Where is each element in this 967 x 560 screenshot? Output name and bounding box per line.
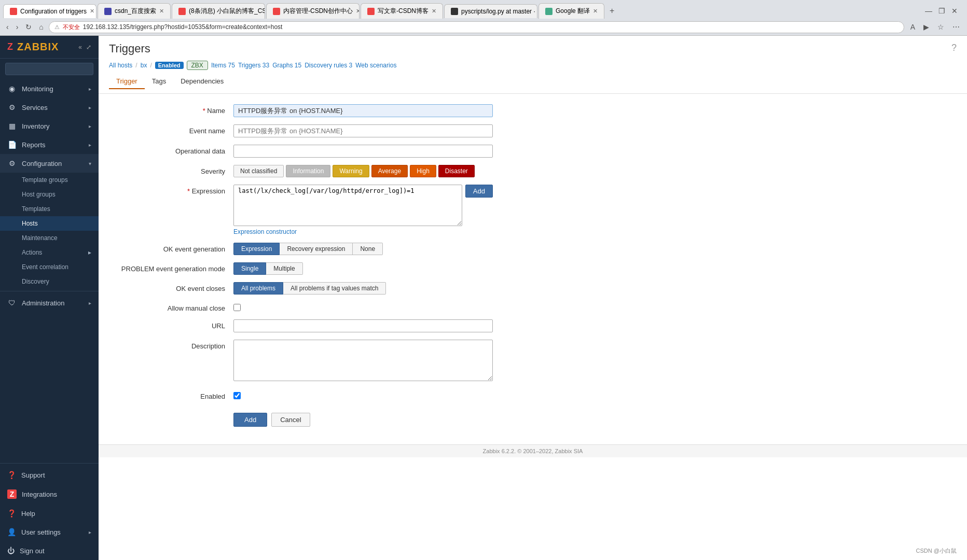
severity-not-classified[interactable]: Not classified — [233, 165, 284, 177]
expression-input[interactable]: last(/lx/check_log[/var/log/httpd/error_… — [233, 185, 462, 226]
severity-average[interactable]: Average — [371, 165, 408, 177]
sidebar-user-settings[interactable]: 👤 User settings ▸ — [0, 523, 99, 541]
breadcrumb-graphs[interactable]: Graphs 15 — [272, 62, 301, 69]
url-box[interactable]: ⚠ 不安全 192.168.132.135/triggers.php?hosti… — [49, 21, 904, 33]
problem-mode-single[interactable]: Single — [233, 262, 266, 275]
url-control-wrap — [233, 319, 493, 332]
tab-1[interactable]: Configuration of triggers ✕ — [3, 4, 96, 18]
manual-close-checkbox[interactable] — [233, 304, 241, 311]
back-button[interactable]: ‹ — [4, 21, 11, 33]
sidebar-sub-templates[interactable]: Templates — [0, 202, 99, 216]
sidebar-search — [0, 59, 99, 79]
bookmark-button[interactable]: ☆ — [934, 21, 947, 33]
breadcrumb-zbx-tag[interactable]: ZBX — [187, 61, 208, 70]
expression-constructor-link[interactable]: Expression constructor — [233, 228, 297, 235]
close-window-button[interactable]: ✕ — [949, 5, 960, 17]
breadcrumb-all-hosts[interactable]: All hosts — [109, 62, 132, 69]
sidebar-sub-maintenance[interactable]: Maintenance — [0, 231, 99, 245]
sidebar-item-reports[interactable]: 📄 Reports ▸ — [0, 135, 99, 154]
tab-trigger[interactable]: Trigger — [109, 74, 145, 89]
extensions-button[interactable]: ⋯ — [949, 21, 963, 33]
sidebar-item-administration[interactable]: 🛡 Administration ▸ — [0, 293, 99, 312]
minimize-button[interactable]: — — [923, 5, 934, 17]
tab-close-1[interactable]: ✕ — [90, 8, 94, 15]
ok-event-recovery[interactable]: Recovery expression — [280, 243, 353, 255]
page-header: Triggers All hosts / bx / Enabled ZBX It… — [99, 36, 967, 94]
form-container: Name Event name Operational data — [99, 94, 967, 444]
sidebar-item-services[interactable]: ⚙ Services ▸ — [0, 98, 99, 117]
sidebar-sign-out[interactable]: ⏻ Sign out — [0, 541, 99, 560]
address-bar: ‹ › ↻ ⌂ ⚠ 不安全 192.168.132.135/triggers.p… — [0, 19, 967, 35]
tab-2[interactable]: csdn_百度搜索 ✕ — [98, 3, 171, 19]
reader-button[interactable]: ▶ — [920, 21, 932, 33]
reload-button[interactable]: ↻ — [23, 21, 34, 33]
search-input[interactable] — [5, 63, 93, 75]
sidebar-toggle-icon[interactable]: « — [78, 44, 82, 51]
user-settings-arrow-icon: ▸ — [89, 529, 91, 535]
forward-button[interactable]: › — [14, 21, 21, 33]
sidebar-item-label-inventory: Inventory — [22, 122, 49, 130]
tab-dependencies[interactable]: Dependencies — [173, 74, 231, 89]
tab-close-4[interactable]: ✕ — [356, 8, 360, 15]
tab-tags[interactable]: Tags — [145, 74, 173, 89]
sidebar-sub-event-correlation[interactable]: Event correlation — [0, 260, 99, 274]
sidebar-sub-actions[interactable]: Actions ▸ — [0, 245, 99, 260]
ok-closes-all-problems[interactable]: All problems — [233, 282, 283, 295]
ok-event-none[interactable]: None — [353, 243, 383, 255]
tab-4[interactable]: 内容管理-CSDN创作中心 ✕ — [266, 3, 360, 19]
tab-6[interactable]: pyscripts/log.py at master · ch... ✕ — [444, 4, 537, 18]
tab-close-2[interactable]: ✕ — [159, 8, 164, 15]
form-row-operational-data: Operational data — [114, 145, 951, 158]
tab-close-7[interactable]: ✕ — [593, 8, 598, 15]
cancel-button[interactable]: Cancel — [271, 413, 310, 427]
sidebar-sub-template-groups[interactable]: Template groups — [0, 173, 99, 187]
tab-3[interactable]: (8条消息) 小白鼠的博客_CSDN... ✕ — [172, 3, 265, 19]
description-input[interactable] — [233, 340, 493, 381]
problem-mode-multiple[interactable]: Multiple — [266, 262, 302, 275]
services-arrow-icon: ▸ — [89, 105, 91, 110]
support-label: Support — [21, 471, 45, 479]
restore-button[interactable]: ❐ — [936, 5, 947, 17]
home-button[interactable]: ⌂ — [37, 21, 45, 33]
new-tab-button[interactable]: + — [605, 4, 618, 18]
breadcrumb-items[interactable]: Items 75 — [211, 62, 235, 69]
sidebar-sub-discovery[interactable]: Discovery — [0, 274, 99, 289]
name-input[interactable] — [233, 104, 493, 117]
url-text[interactable]: 192.168.132.135/triggers.php?hostid=1053… — [83, 23, 899, 31]
sidebar-item-configuration[interactable]: ⚙ Configuration ▾ — [0, 154, 99, 173]
severity-disaster[interactable]: Disaster — [438, 165, 475, 177]
enabled-checkbox[interactable] — [233, 392, 241, 399]
sidebar-item-monitoring[interactable]: ◉ Monitoring ▸ — [0, 79, 99, 98]
help-question-icon[interactable]: ? — [951, 43, 957, 53]
tab-close-5[interactable]: ✕ — [432, 8, 436, 15]
tab-7[interactable]: Google 翻译 ✕ — [538, 3, 604, 19]
ok-closes-tag-match[interactable]: All problems if tag values match — [283, 282, 386, 295]
breadcrumb-web-scenarios[interactable]: Web scenarios — [355, 62, 396, 69]
severity-high[interactable]: High — [410, 165, 436, 177]
operational-data-input[interactable] — [233, 145, 493, 158]
translate-button[interactable]: A — [907, 21, 918, 33]
tab-5[interactable]: 写文章-CSDN博客 ✕ — [361, 3, 443, 19]
sidebar-help[interactable]: ❓ Help — [0, 504, 99, 523]
sidebar-integrations[interactable]: Z Integrations — [0, 484, 99, 504]
save-button[interactable]: Add — [233, 413, 267, 427]
sidebar-expand-icon[interactable]: ⤢ — [86, 44, 91, 51]
sidebar-sub-host-groups[interactable]: Host groups — [0, 187, 99, 202]
breadcrumb-triggers[interactable]: Triggers 33 — [238, 62, 269, 69]
form-row-severity: Severity Not classified Information Warn… — [114, 165, 951, 177]
tab-favicon-4 — [273, 8, 280, 15]
severity-warning[interactable]: Warning — [333, 165, 369, 177]
severity-information[interactable]: Information — [286, 165, 330, 177]
ok-event-label: OK event generation — [114, 243, 233, 253]
breadcrumb-discovery-rules[interactable]: Discovery rules 3 — [305, 62, 352, 69]
sidebar-item-inventory[interactable]: ▦ Inventory ▸ — [0, 117, 99, 135]
expression-add-button[interactable]: Add — [465, 185, 493, 198]
tab-label-2: csdn_百度搜索 — [115, 7, 156, 16]
event-name-input[interactable] — [233, 124, 493, 137]
sidebar-sub-hosts[interactable]: Hosts — [0, 216, 99, 231]
url-input[interactable] — [233, 319, 493, 332]
ok-closes-label: OK event closes — [114, 282, 233, 292]
ok-event-expression[interactable]: Expression — [233, 243, 280, 255]
sidebar-support[interactable]: ❓ Support — [0, 466, 99, 484]
breadcrumb-bx[interactable]: bx — [141, 62, 147, 69]
